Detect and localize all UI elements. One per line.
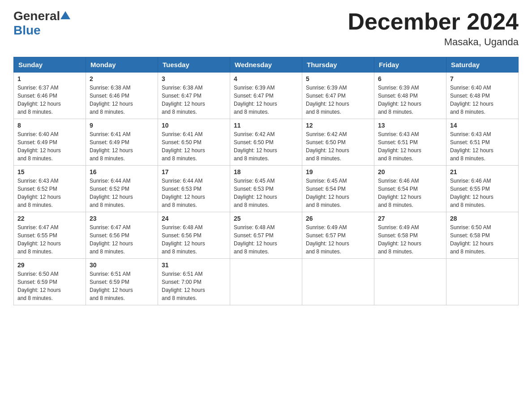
day-cell-10: 10 Sunrise: 6:41 AMSunset: 6:50 PMDaylig… bbox=[158, 119, 230, 166]
col-sunday: Sunday bbox=[14, 57, 86, 73]
day-cell-4: 4 Sunrise: 6:39 AMSunset: 6:47 PMDayligh… bbox=[230, 73, 302, 119]
page-header: General Blue December 2024 Masaka, Ugand… bbox=[13, 9, 519, 48]
calendar-table: Sunday Monday Tuesday Wednesday Thursday… bbox=[13, 57, 519, 305]
day-cell-8: 8 Sunrise: 6:40 AMSunset: 6:49 PMDayligh… bbox=[14, 119, 86, 166]
empty-cell bbox=[446, 259, 519, 305]
day-cell-12: 12 Sunrise: 6:42 AMSunset: 6:50 PMDaylig… bbox=[302, 119, 374, 166]
day-cell-19: 19 Sunrise: 6:45 AMSunset: 6:54 PMDaylig… bbox=[302, 166, 374, 212]
col-saturday: Saturday bbox=[446, 57, 519, 73]
table-row: 1 Sunrise: 6:37 AMSunset: 6:46 PMDayligh… bbox=[14, 73, 519, 119]
day-cell-18: 18 Sunrise: 6:45 AMSunset: 6:53 PMDaylig… bbox=[230, 166, 302, 212]
table-row: 8 Sunrise: 6:40 AMSunset: 6:49 PMDayligh… bbox=[14, 119, 519, 166]
day-cell-31: 31 Sunrise: 6:51 AMSunset: 7:00 PMDaylig… bbox=[158, 259, 230, 305]
day-cell-27: 27 Sunrise: 6:49 AMSunset: 6:58 PMDaylig… bbox=[374, 212, 446, 259]
table-row: 22 Sunrise: 6:47 AMSunset: 6:55 PMDaylig… bbox=[14, 212, 519, 259]
col-tuesday: Tuesday bbox=[158, 57, 230, 73]
logo: General Blue bbox=[13, 9, 71, 38]
day-cell-23: 23 Sunrise: 6:47 AMSunset: 6:56 PMDaylig… bbox=[86, 212, 158, 259]
calendar-header-row: Sunday Monday Tuesday Wednesday Thursday… bbox=[14, 57, 519, 73]
day-cell-24: 24 Sunrise: 6:48 AMSunset: 6:56 PMDaylig… bbox=[158, 212, 230, 259]
empty-cell bbox=[230, 259, 302, 305]
day-cell-2: 2 Sunrise: 6:38 AMSunset: 6:46 PMDayligh… bbox=[86, 73, 158, 119]
day-cell-14: 14 Sunrise: 6:43 AMSunset: 6:51 PMDaylig… bbox=[446, 119, 519, 166]
day-cell-5: 5 Sunrise: 6:39 AMSunset: 6:47 PMDayligh… bbox=[302, 73, 374, 119]
logo-general-text: General bbox=[13, 9, 60, 23]
svg-marker-0 bbox=[60, 11, 70, 19]
day-cell-9: 9 Sunrise: 6:41 AMSunset: 6:49 PMDayligh… bbox=[86, 119, 158, 166]
day-cell-17: 17 Sunrise: 6:44 AMSunset: 6:53 PMDaylig… bbox=[158, 166, 230, 212]
day-cell-29: 29 Sunrise: 6:50 AMSunset: 6:59 PMDaylig… bbox=[14, 259, 86, 305]
logo-triangle-icon bbox=[60, 10, 70, 20]
calendar-title-block: December 2024 Masaka, Uganda bbox=[348, 9, 519, 48]
calendar-subtitle: Masaka, Uganda bbox=[348, 36, 519, 48]
logo-blue-text: Blue bbox=[13, 23, 41, 37]
col-wednesday: Wednesday bbox=[230, 57, 302, 73]
day-cell-11: 11 Sunrise: 6:42 AMSunset: 6:50 PMDaylig… bbox=[230, 119, 302, 166]
day-cell-26: 26 Sunrise: 6:49 AMSunset: 6:57 PMDaylig… bbox=[302, 212, 374, 259]
day-cell-7: 7 Sunrise: 6:40 AMSunset: 6:48 PMDayligh… bbox=[446, 73, 519, 119]
day-cell-16: 16 Sunrise: 6:44 AMSunset: 6:52 PMDaylig… bbox=[86, 166, 158, 212]
day-cell-3: 3 Sunrise: 6:38 AMSunset: 6:47 PMDayligh… bbox=[158, 73, 230, 119]
day-cell-6: 6 Sunrise: 6:39 AMSunset: 6:48 PMDayligh… bbox=[374, 73, 446, 119]
calendar-title: December 2024 bbox=[348, 9, 519, 34]
col-friday: Friday bbox=[374, 57, 446, 73]
empty-cell bbox=[374, 259, 446, 305]
day-cell-28: 28 Sunrise: 6:50 AMSunset: 6:58 PMDaylig… bbox=[446, 212, 519, 259]
day-cell-30: 30 Sunrise: 6:51 AMSunset: 6:59 PMDaylig… bbox=[86, 259, 158, 305]
day-cell-25: 25 Sunrise: 6:48 AMSunset: 6:57 PMDaylig… bbox=[230, 212, 302, 259]
empty-cell bbox=[302, 259, 374, 305]
day-cell-21: 21 Sunrise: 6:46 AMSunset: 6:55 PMDaylig… bbox=[446, 166, 519, 212]
day-cell-20: 20 Sunrise: 6:46 AMSunset: 6:54 PMDaylig… bbox=[374, 166, 446, 212]
day-cell-13: 13 Sunrise: 6:43 AMSunset: 6:51 PMDaylig… bbox=[374, 119, 446, 166]
table-row: 15 Sunrise: 6:43 AMSunset: 6:52 PMDaylig… bbox=[14, 166, 519, 212]
day-cell-1: 1 Sunrise: 6:37 AMSunset: 6:46 PMDayligh… bbox=[14, 73, 86, 119]
day-cell-15: 15 Sunrise: 6:43 AMSunset: 6:52 PMDaylig… bbox=[14, 166, 86, 212]
col-monday: Monday bbox=[86, 57, 158, 73]
table-row: 29 Sunrise: 6:50 AMSunset: 6:59 PMDaylig… bbox=[14, 259, 519, 305]
day-cell-22: 22 Sunrise: 6:47 AMSunset: 6:55 PMDaylig… bbox=[14, 212, 86, 259]
col-thursday: Thursday bbox=[302, 57, 374, 73]
